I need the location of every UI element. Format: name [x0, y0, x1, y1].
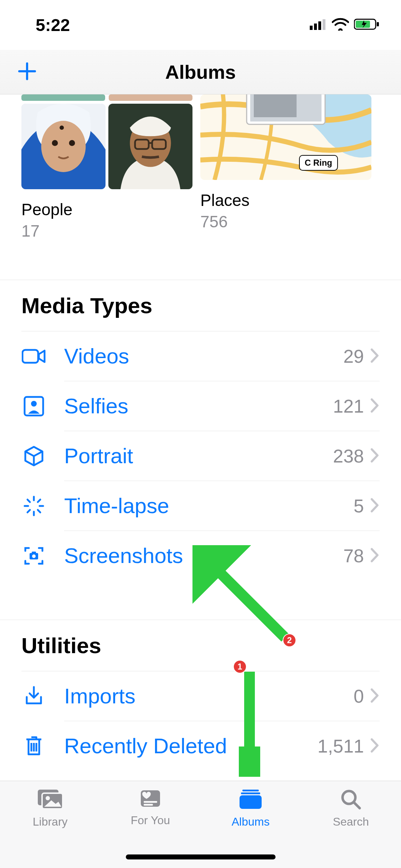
tab-search-label: Search [333, 815, 369, 828]
screenshot-icon [21, 545, 46, 567]
tab-for-you-label: For You [131, 814, 170, 827]
svg-line-31 [27, 510, 30, 512]
albums-grid: People 17 [0, 94, 401, 241]
cube-icon [21, 445, 46, 467]
tab-library-label: Library [33, 815, 68, 828]
cellular-icon [310, 19, 327, 31]
status-time: 5:22 [36, 15, 70, 35]
svg-point-42 [46, 796, 50, 800]
album-places-title: Places [200, 191, 371, 210]
people-face-1 [21, 104, 106, 189]
add-button[interactable] [18, 62, 36, 82]
svg-rect-2 [318, 21, 321, 30]
svg-rect-20 [254, 94, 297, 117]
row-screenshots[interactable]: Screenshots 78 [64, 531, 380, 580]
row-portrait-count: 238 [333, 445, 364, 467]
chevron-right-icon [370, 398, 380, 414]
row-imports[interactable]: Imports 0 [21, 671, 380, 721]
svg-line-50 [354, 802, 360, 808]
trash-icon [21, 735, 46, 757]
import-icon [21, 686, 46, 707]
row-portrait[interactable]: Portrait 238 [64, 431, 380, 481]
svg-point-11 [60, 125, 64, 130]
row-recently-deleted-count: 1,511 [318, 735, 364, 757]
nav-bar: Albums [0, 50, 401, 94]
svg-rect-48 [240, 795, 262, 809]
chevron-right-icon [370, 498, 380, 514]
chevron-right-icon [370, 548, 380, 564]
svg-rect-46 [242, 790, 259, 791]
photos-albums-screen: 5:22 Albums [0, 0, 401, 868]
row-selfies-count: 121 [333, 396, 364, 417]
svg-line-29 [38, 510, 40, 512]
tab-search[interactable]: Search [301, 788, 401, 868]
svg-point-23 [31, 401, 37, 407]
row-screenshots-label: Screenshots [64, 543, 343, 568]
home-indicator[interactable] [126, 854, 276, 859]
people-thumb-strip [21, 94, 192, 101]
annotation-badge-1: 1 [233, 660, 247, 673]
timelapse-icon [21, 495, 46, 517]
scroll-content[interactable]: People 17 [0, 94, 401, 781]
row-imports-count: 0 [354, 686, 364, 707]
album-people-count: 17 [21, 221, 192, 241]
video-icon [21, 348, 46, 365]
chevron-right-icon [370, 688, 380, 704]
annotation-badge-2: 2 [283, 634, 296, 647]
album-places-count: 756 [200, 212, 371, 231]
plus-icon [18, 76, 36, 82]
page-title: Albums [165, 61, 236, 83]
svg-rect-21 [22, 350, 38, 363]
svg-rect-33 [32, 552, 36, 554]
search-icon [340, 788, 362, 812]
chevron-right-icon [370, 738, 380, 754]
album-people[interactable]: People 17 [21, 94, 192, 241]
svg-point-10 [69, 140, 75, 146]
row-timelapse-count: 5 [354, 495, 364, 517]
row-recently-deleted[interactable]: Recently Deleted 1,511 [64, 721, 380, 771]
battery-icon [354, 18, 380, 32]
section-title-utilities: Utilities [21, 633, 380, 658]
row-selfies-label: Selfies [64, 394, 333, 418]
people-thumbnails [21, 104, 192, 189]
tab-library[interactable]: Library [0, 788, 100, 868]
status-bar: 5:22 [0, 0, 401, 50]
row-portrait-label: Portrait [64, 444, 333, 468]
row-selfies[interactable]: Selfies 121 [64, 381, 380, 431]
section-title-media-types: Media Types [21, 293, 380, 318]
row-imports-label: Imports [64, 684, 354, 708]
tab-albums-label: Albums [232, 815, 270, 828]
svg-rect-0 [310, 26, 313, 30]
selfie-icon [21, 396, 46, 417]
section-utilities: Utilities Imports 0 Recently Deleted 1,5… [0, 620, 401, 771]
svg-rect-44 [144, 801, 157, 803]
album-people-title: People [21, 200, 192, 219]
photo-library-icon [36, 788, 64, 812]
svg-rect-1 [314, 24, 317, 30]
places-thumbnail: C Ring [200, 94, 371, 180]
svg-rect-45 [144, 804, 153, 806]
places-map-pin-label: C Ring [299, 155, 338, 171]
chevron-right-icon [370, 348, 380, 365]
wifi-icon [332, 18, 349, 32]
row-screenshots-count: 78 [343, 545, 364, 567]
svg-line-30 [38, 500, 40, 502]
row-recently-deleted-label: Recently Deleted [64, 734, 318, 758]
status-icons [310, 18, 380, 32]
row-timelapse[interactable]: Time-lapse 5 [64, 481, 380, 531]
for-you-icon [139, 788, 162, 810]
svg-point-34 [32, 554, 36, 558]
row-timelapse-label: Time-lapse [64, 494, 354, 518]
tab-bar: Library For You Albums Search [0, 781, 401, 868]
section-media-types: Media Types Videos 29 Selfies 121 Portra… [0, 280, 401, 580]
chevron-right-icon [370, 448, 380, 464]
row-videos[interactable]: Videos 29 [21, 331, 380, 381]
svg-rect-47 [241, 792, 260, 794]
svg-rect-3 [323, 19, 325, 30]
people-face-2 [108, 104, 192, 189]
row-videos-label: Videos [64, 344, 343, 368]
albums-icon [237, 788, 264, 812]
album-places[interactable]: C Ring Places 756 [200, 94, 371, 241]
svg-rect-5 [377, 22, 379, 26]
row-videos-count: 29 [343, 346, 364, 367]
